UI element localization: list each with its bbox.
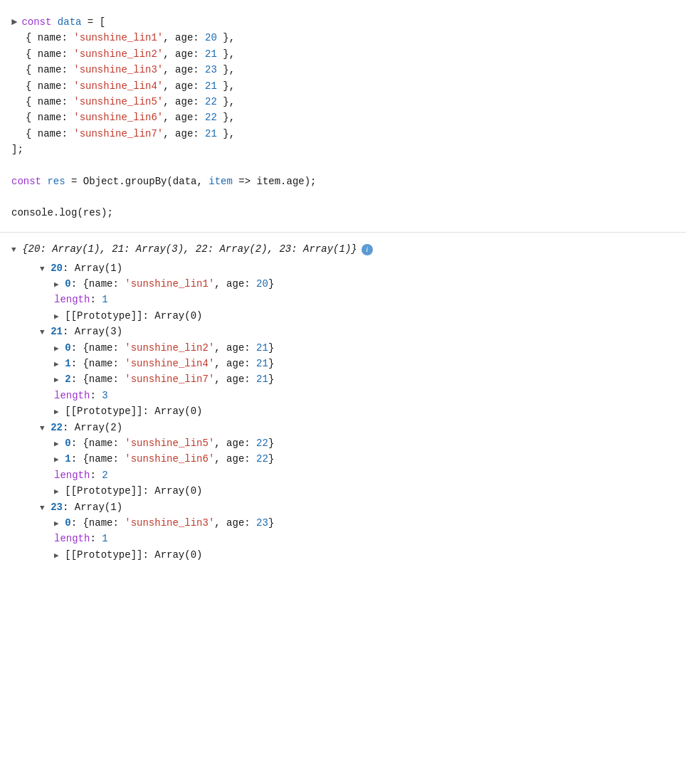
group-22-prototype: ▶ [[Prototype]]: Array(0): [11, 483, 675, 499]
eq-sign-2: = Object.groupBy(data,: [71, 174, 209, 189]
group-20-header: ▼ 20 : Array(1): [11, 260, 675, 276]
name-key-1: name:: [38, 30, 73, 46]
item-0-21-close: }: [268, 340, 274, 356]
name-val-3: 'sunshine_lin3': [73, 62, 163, 78]
group-21-header: ▼ 21 : Array(3): [11, 324, 675, 339]
item-2-21-arrow[interactable]: ▶: [54, 374, 63, 387]
length-label-23: length: [54, 531, 90, 546]
item-1-22-age-label: , age:: [214, 451, 256, 467]
group-21-prototype: ▶ [[Prototype]]: Array(0): [11, 403, 675, 419]
item-0-20-content: : {name:: [71, 276, 125, 292]
group-22-length: length : 2: [11, 467, 675, 483]
summary-arrow-down[interactable]: ▼: [11, 244, 21, 257]
proto-22-arrow[interactable]: ▶: [54, 486, 63, 499]
code-item-3: { name: 'sunshine_lin3', age: 23 },: [11, 62, 675, 78]
group-23-key: 23: [51, 499, 63, 515]
group-22: ▼ 22 : Array(2) ▶ 0 : {name: 'sunshine_l…: [11, 420, 675, 499]
group-23-item-0: ▶ 0 : {name: 'sunshine_lin3' , age: 23 }: [11, 515, 675, 531]
code-line-1: ► const data = [: [11, 14, 675, 30]
item-1-22-arrow[interactable]: ▶: [54, 454, 63, 467]
item-0-21-age-label: , age:: [214, 340, 256, 356]
brace-close-3: },: [217, 62, 235, 78]
age-key-3: age:: [175, 62, 205, 78]
item-1-22-age-val: 22: [256, 451, 268, 467]
group-23-header: ▼ 23 : Array(1): [11, 499, 675, 515]
group-21-key: 21: [51, 324, 63, 339]
group-23-arrow[interactable]: ▼: [40, 502, 49, 515]
group-23-type: : Array(1): [63, 499, 122, 515]
item-0-21-arrow[interactable]: ▶: [54, 343, 63, 356]
length-val-23: 1: [102, 531, 107, 546]
summary-text: {20: Array(1), 21: Array(3), 22: Array(2…: [22, 241, 357, 257]
comma-4: ,: [163, 78, 175, 94]
item-0-21-name: 'sunshine_lin2': [125, 340, 214, 356]
proto-20-text: [[Prototype]]: Array(0): [65, 308, 202, 324]
item-1-21-content: : {name:: [71, 356, 125, 371]
item-1-22-content: : {name:: [71, 451, 125, 467]
item-2-21-name: 'sunshine_lin7': [125, 371, 214, 387]
item-age: item.age);: [256, 174, 316, 189]
output-summary-line: ▼ {20: Array(1), 21: Array(3), 22: Array…: [11, 238, 675, 260]
main-container: ► const data = [ { name: 'sunshine_lin1'…: [0, 0, 686, 784]
item-0-22-age-val: 22: [256, 435, 268, 451]
comma-5: ,: [163, 94, 175, 110]
item-0-23-content: : {name:: [71, 515, 125, 531]
item-1-21-arrow[interactable]: ▶: [54, 359, 63, 371]
equals-sign: = [: [88, 14, 105, 30]
console-log: console.log(res);: [11, 205, 113, 221]
brace-close-2: },: [217, 46, 235, 62]
idx-1-22: 1: [65, 451, 70, 467]
proto-20-arrow[interactable]: ▶: [54, 311, 63, 324]
item-1-21-close: }: [268, 356, 274, 371]
group-20-type: : Array(1): [63, 260, 122, 276]
item-1-22-name: 'sunshine_lin6': [125, 451, 214, 467]
name-key-3: name:: [38, 62, 73, 78]
comma-6: ,: [163, 110, 175, 125]
brace-open-4: {: [26, 78, 38, 94]
brace-open-3: {: [26, 62, 38, 78]
proto-21-arrow[interactable]: ▶: [54, 406, 63, 419]
item-0-22-name: 'sunshine_lin5': [125, 435, 214, 451]
item-0-23-arrow[interactable]: ▶: [54, 518, 63, 531]
age-val-5: 22: [205, 94, 217, 110]
info-badge[interactable]: i: [362, 244, 373, 255]
code-groupby-line: const res = Object.groupBy(data, item =>…: [11, 174, 675, 189]
item-0-23-age-val: 23: [256, 515, 268, 531]
item-0-20-arrow[interactable]: ▶: [54, 279, 63, 292]
console-output-section: ▼ {20: Array(1), 21: Array(3), 22: Array…: [0, 233, 686, 568]
brace-close-4: },: [217, 78, 235, 94]
group-22-arrow[interactable]: ▼: [40, 423, 49, 435]
idx-1-21: 1: [65, 356, 70, 371]
age-key-4: age:: [175, 78, 205, 94]
idx-0-23: 0: [65, 515, 70, 531]
age-val-4: 21: [205, 78, 217, 94]
length-val-20: 1: [102, 292, 107, 307]
item-0-20-close: }: [268, 276, 274, 292]
item-2-21-content: : {name:: [71, 371, 125, 387]
group-20-arrow[interactable]: ▼: [40, 263, 49, 276]
length-val-21: 3: [102, 388, 107, 403]
brace-close-1: },: [217, 30, 235, 46]
close-bracket: ];: [11, 142, 23, 157]
brace-open-6: {: [26, 110, 38, 125]
item-1-21-age-val: 21: [256, 356, 268, 371]
length-sep-23: :: [90, 531, 102, 546]
length-label-20: length: [54, 292, 90, 307]
name-val-2: 'sunshine_lin2': [73, 46, 163, 62]
name-key-7: name:: [38, 126, 73, 142]
brace-close-7: },: [217, 126, 235, 142]
item-0-22-content: : {name:: [71, 435, 125, 451]
var-data: data: [58, 14, 88, 30]
item-0-21-content: : {name:: [71, 340, 125, 356]
group-21-arrow[interactable]: ▼: [40, 327, 49, 339]
name-val-1: 'sunshine_lin1': [73, 30, 163, 46]
expand-icon[interactable]: ►: [11, 14, 17, 30]
brace-open-2: {: [26, 46, 38, 62]
item-0-22-arrow[interactable]: ▶: [54, 438, 63, 451]
keyword-const: const: [21, 14, 57, 30]
item-0-23-age-label: , age:: [214, 515, 256, 531]
code-close-bracket: ];: [11, 142, 675, 157]
code-item-4: { name: 'sunshine_lin4', age: 21 },: [11, 78, 675, 94]
age-val-7: 21: [205, 126, 217, 142]
proto-23-arrow[interactable]: ▶: [54, 550, 63, 563]
